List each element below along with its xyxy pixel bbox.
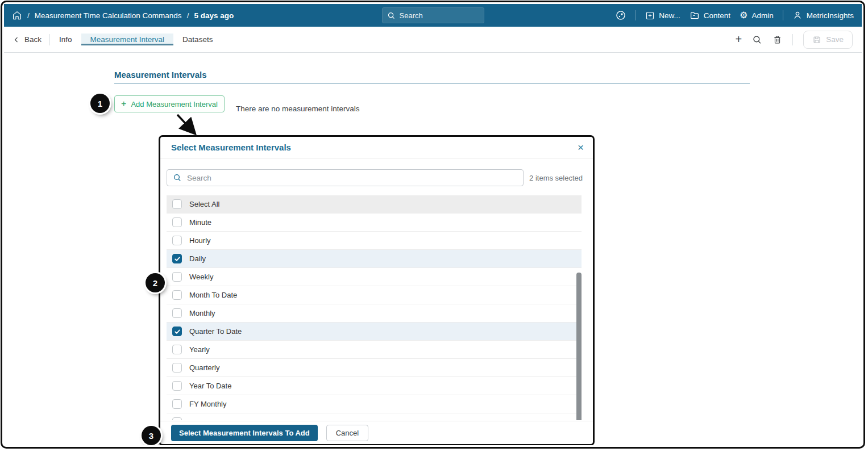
list-item-label: Year To Date [189, 382, 231, 390]
list-item-monthly[interactable]: Monthly [167, 304, 582, 323]
search-icon[interactable] [752, 35, 762, 45]
list-item-label: Quarterly [189, 363, 219, 372]
user-menu[interactable]: MetricInsights [792, 10, 854, 20]
back-button-label: Back [24, 35, 41, 44]
global-search-input[interactable] [400, 11, 468, 20]
person-icon [792, 10, 803, 20]
search-icon [173, 173, 182, 182]
select-all-row[interactable]: Select All [167, 195, 582, 214]
topbar-divider [783, 10, 783, 20]
add-icon[interactable]: + [736, 33, 742, 46]
tab-measurement-interval[interactable]: Measurement Interval [81, 34, 174, 45]
tab-info[interactable]: Info [50, 35, 81, 44]
interval-list: Select All Minute Hourly Daily Weekly Mo… [167, 195, 582, 420]
list-item-weekly[interactable]: Weekly [167, 268, 582, 286]
list-item-yearly[interactable]: Yearly [167, 341, 582, 359]
global-search-box[interactable] [382, 7, 484, 23]
list-item-daily[interactable]: Daily [167, 250, 582, 268]
section-divider [114, 83, 750, 84]
list-item-hourly[interactable]: Hourly [167, 232, 582, 250]
breadcrumb-separator: / [27, 11, 30, 20]
select-intervals-to-add-button[interactable]: Select Measurement Intervals To Add [171, 425, 318, 441]
list-item-partial[interactable] [167, 413, 582, 420]
screenshot-frame: / Measurement Time Calculation Commands … [1, 1, 865, 449]
modal-footer: Select Measurement Intervals To Add Canc… [160, 421, 593, 444]
breadcrumb-section[interactable]: Measurement Time Calculation Commands [35, 11, 182, 20]
list-item-label: Quarter To Date [189, 327, 242, 336]
list-item-month-to-date[interactable]: Month To Date [167, 286, 582, 304]
content-button-label: Content [704, 11, 730, 20]
gear-icon: ⚙ [740, 11, 747, 20]
select-measurement-intervals-modal: Select Measurement Intervals × 2 items s… [159, 135, 595, 445]
tab-label: Datasets [182, 35, 213, 44]
checkbox[interactable] [172, 308, 182, 318]
admin-button[interactable]: ⚙ Admin [740, 11, 774, 20]
list-item-minute[interactable]: Minute [167, 214, 582, 232]
chevron-left-icon [13, 36, 20, 43]
list-item-quarter-to-date[interactable]: Quarter To Date [167, 323, 582, 341]
checkbox[interactable] [172, 381, 182, 391]
list-item-label: Daily [189, 254, 206, 263]
add-measurement-interval-label: Add Measurement Interval [131, 100, 217, 108]
app-window: / Measurement Time Calculation Commands … [4, 4, 862, 445]
plus-square-icon [645, 11, 655, 20]
user-menu-label: MetricInsights [807, 11, 854, 20]
checkbox[interactable] [172, 254, 182, 263]
select-all-checkbox[interactable] [172, 199, 182, 209]
list-scrollbar-thumb[interactable] [576, 273, 582, 420]
modal-search-box[interactable] [167, 169, 524, 186]
modal-search-row: 2 items selected [167, 169, 583, 186]
save-icon [812, 35, 821, 44]
tab-label: Measurement Interval [90, 35, 165, 44]
modal-search-input[interactable] [187, 174, 517, 182]
tab-datasets[interactable]: Datasets [173, 35, 222, 44]
top-nav-bar: / Measurement Time Calculation Commands … [4, 4, 862, 27]
home-icon[interactable] [12, 10, 22, 20]
admin-button-label: Admin [751, 11, 773, 20]
list-item-quarterly[interactable]: Quarterly [167, 359, 582, 377]
selected-count: 2 items selected [529, 174, 583, 182]
list-item-label: Monthly [189, 309, 215, 317]
topbar-divider [636, 10, 636, 20]
checkbox[interactable] [172, 217, 182, 227]
tab-label: Info [59, 35, 72, 44]
checkbox[interactable] [172, 327, 182, 336]
modal-title: Select Measurement Intervals [171, 143, 291, 152]
close-icon[interactable]: × [578, 142, 584, 153]
checkbox[interactable] [172, 290, 182, 300]
checkbox[interactable] [172, 399, 182, 409]
cancel-button[interactable]: Cancel [326, 425, 368, 441]
list-item-year-to-date[interactable]: Year To Date [167, 377, 582, 395]
step-badge-1: 1 [90, 94, 110, 113]
search-icon [387, 11, 396, 20]
list-item-label: Weekly [189, 273, 213, 281]
list-item-label: Yearly [189, 345, 210, 354]
annotation-arrow [172, 112, 205, 141]
checkbox[interactable] [172, 345, 182, 354]
toolbar-left: Back Info Measurement Interval Datasets [4, 27, 222, 52]
compass-icon[interactable] [615, 10, 626, 21]
select-all-label: Select All [189, 200, 219, 208]
plus-icon: + [121, 99, 126, 109]
checkbox[interactable] [172, 417, 182, 420]
toolbar-right: + Save [736, 27, 862, 52]
checkbox[interactable] [172, 363, 182, 373]
checkbox[interactable] [172, 272, 182, 282]
list-item-label: Minute [189, 218, 211, 227]
breadcrumb: / Measurement Time Calculation Commands … [12, 10, 234, 20]
save-button-label: Save [826, 35, 844, 44]
save-button[interactable]: Save [803, 31, 853, 49]
new-button[interactable]: New... [645, 11, 680, 20]
content-button[interactable]: Content [690, 10, 730, 20]
trash-icon[interactable] [773, 35, 782, 45]
breadcrumb-current: 5 days ago [194, 11, 234, 20]
checkbox[interactable] [172, 236, 182, 245]
list-item-fy-monthly[interactable]: FY Monthly [167, 395, 582, 413]
step-badge-3: 3 [142, 426, 161, 445]
add-measurement-interval-button[interactable]: + Add Measurement Interval [114, 95, 225, 112]
breadcrumb-separator: / [187, 11, 189, 20]
new-button-label: New... [659, 11, 680, 20]
folder-icon [690, 10, 700, 20]
back-button[interactable]: Back [13, 35, 49, 44]
page-title: Measurement Intervals [114, 70, 207, 79]
